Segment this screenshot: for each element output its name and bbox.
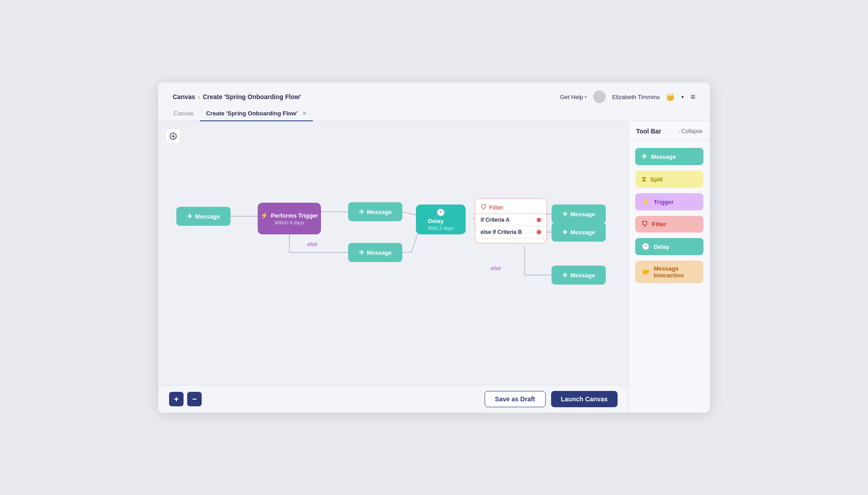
menu-icon[interactable]: ≡ xyxy=(690,92,695,102)
message-1-icon: ✈ xyxy=(187,213,193,220)
tool-filter[interactable]: ⛉ Filter xyxy=(635,216,703,233)
tool-delay-label: Delay xyxy=(654,243,670,250)
toolbar-header: Tool Bar - Collapse xyxy=(629,121,710,141)
node-message-1[interactable]: ✈ Message xyxy=(176,207,231,226)
delay-label: Delay xyxy=(428,218,453,224)
message-6-icon: ✈ xyxy=(562,271,568,279)
filter-criteria-a[interactable]: if Criteria A xyxy=(475,214,547,226)
node-message-6[interactable]: ✈ Message xyxy=(552,266,606,285)
crown-chevron-icon: ▾ xyxy=(681,94,684,100)
tab-create-flow[interactable]: Create 'Spring Onboarding Flow' ✕ xyxy=(200,107,313,121)
message-2-icon: ✈ xyxy=(359,208,364,215)
crown-icon: 👑 xyxy=(666,93,675,101)
get-help-button[interactable]: Get Help ▾ xyxy=(560,94,587,100)
bottom-right-actions: Save as Draft Launch Canvas xyxy=(485,391,618,407)
criteria-b-dot xyxy=(537,230,541,234)
toolbar-title: Tool Bar xyxy=(636,128,661,135)
header: Canvas › Create 'Spring Onboarding Flow'… xyxy=(158,82,710,103)
breadcrumb-flow[interactable]: Create 'Spring Onboarding Flow' xyxy=(203,93,301,100)
avatar xyxy=(593,90,606,103)
tool-delay-icon: 🕐 xyxy=(642,243,650,251)
message-3-label: Message xyxy=(367,249,392,256)
tool-interaction-icon: 🤝 xyxy=(642,268,650,276)
toolbar: Tool Bar - Collapse ✈ Message ⧖ Split ⚡ … xyxy=(628,121,710,413)
trigger-icon: ⚡ xyxy=(260,212,268,219)
tool-trigger[interactable]: ⚡ Trigger xyxy=(635,193,703,210)
message-4-label: Message xyxy=(571,211,595,218)
save-draft-button[interactable]: Save as Draft xyxy=(485,391,546,407)
tool-trigger-icon: ⚡ xyxy=(642,198,650,206)
zoom-controls: + − xyxy=(169,392,202,406)
tool-message-icon: ✈ xyxy=(642,152,647,161)
main-content: ✈ Message ⚡ Performs Trigger Within 4 da… xyxy=(158,121,710,413)
tab-close-icon[interactable]: ✕ xyxy=(302,110,307,117)
trigger-sub: Within 4 days xyxy=(274,220,304,225)
tool-split-label: Split xyxy=(650,176,663,183)
zoom-out-button[interactable]: − xyxy=(187,392,202,406)
node-filter[interactable]: ⛉ Filter if Criteria A else if Criteria … xyxy=(475,198,547,243)
node-message-3[interactable]: ✈ Message xyxy=(348,243,402,262)
message-5-icon: ✈ xyxy=(562,228,568,236)
message-4-icon: ✈ xyxy=(562,210,568,218)
criteria-a-label: if Criteria A xyxy=(481,217,509,223)
tool-message[interactable]: ✈ Message xyxy=(635,148,703,165)
tab-canvas[interactable]: Canvas xyxy=(167,107,200,121)
breadcrumb: Canvas › Create 'Spring Onboarding Flow' xyxy=(173,93,301,100)
else-label-1: else xyxy=(307,241,317,248)
message-2-label: Message xyxy=(367,209,392,215)
tabs-bar: Canvas Create 'Spring Onboarding Flow' ✕ xyxy=(158,107,710,121)
breadcrumb-separator: › xyxy=(198,93,200,100)
toolbar-items: ✈ Message ⧖ Split ⚡ Trigger ⛉ Filter 🕐 xyxy=(629,141,710,290)
tool-interaction-label: Message Interaction xyxy=(654,265,697,279)
tool-message-label: Message xyxy=(651,153,676,160)
tool-delay[interactable]: 🕐 Delay xyxy=(635,238,703,255)
tool-trigger-label: Trigger xyxy=(654,199,674,205)
message-5-label: Message xyxy=(571,229,595,236)
filter-criteria-b[interactable]: else if Criteria B xyxy=(475,226,547,238)
launch-canvas-button[interactable]: Launch Canvas xyxy=(551,391,618,407)
canvas-area[interactable]: ✈ Message ⚡ Performs Trigger Within 4 da… xyxy=(158,121,628,413)
app-window: Canvas › Create 'Spring Onboarding Flow'… xyxy=(158,82,710,413)
node-message-2[interactable]: ✈ Message xyxy=(348,202,402,221)
message-1-label: Message xyxy=(195,213,220,220)
tool-filter-label: Filter xyxy=(652,221,666,228)
node-message-4[interactable]: ✈ Message xyxy=(552,205,606,224)
bottom-bar: + − Save as Draft Launch Canvas xyxy=(158,385,628,413)
tool-filter-icon: ⛉ xyxy=(642,220,648,228)
filter-icon: ⛉ xyxy=(481,204,486,211)
get-help-label: Get Help xyxy=(560,94,583,100)
delay-icon: 🕐 xyxy=(436,208,445,217)
header-right: Get Help ▾ Elizabeth Timmins 👑 ▾ ≡ xyxy=(560,90,695,103)
node-message-5[interactable]: ✈ Message xyxy=(552,223,606,242)
tool-interaction[interactable]: 🤝 Message Interaction xyxy=(635,261,703,283)
zoom-reset-button[interactable] xyxy=(165,129,181,144)
criteria-a-dot xyxy=(537,218,541,222)
toolbar-collapse-button[interactable]: - Collapse xyxy=(678,128,703,134)
node-trigger[interactable]: ⚡ Performs Trigger Within 4 days xyxy=(258,203,321,234)
node-delay[interactable]: 🕐 Delay Wait 3 days xyxy=(416,205,466,234)
tool-split-icon: ⧖ xyxy=(642,175,646,183)
criteria-b-label: else if Criteria B xyxy=(481,229,522,235)
user-name: Elizabeth Timmins xyxy=(612,94,660,100)
filter-header: ⛉ Filter xyxy=(475,202,547,214)
trigger-label: Performs Trigger xyxy=(271,212,318,219)
breadcrumb-canvas[interactable]: Canvas xyxy=(173,93,195,100)
tool-split[interactable]: ⧖ Split xyxy=(635,171,703,188)
filter-label: Filter xyxy=(489,204,504,211)
message-3-icon: ✈ xyxy=(359,249,364,256)
else-label-2: else xyxy=(491,265,501,271)
zoom-in-button[interactable]: + xyxy=(169,392,184,406)
chevron-down-icon: ▾ xyxy=(585,95,587,100)
message-6-label: Message xyxy=(571,272,595,279)
delay-sub: Wait 3 days xyxy=(428,225,453,231)
